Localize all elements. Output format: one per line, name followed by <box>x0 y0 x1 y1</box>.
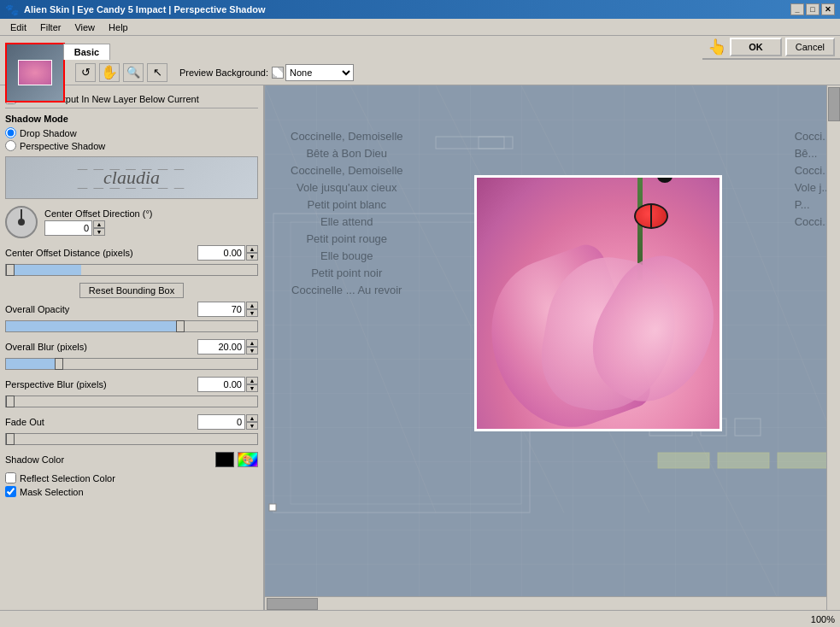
center-offset-direction-label: Center Offset Direction (°) <box>44 208 258 219</box>
center-offset-direction-area: Center Offset Direction (°) ▲ ▼ <box>5 206 258 238</box>
mask-selection-checkbox[interactable] <box>5 486 16 497</box>
center-offset-direction-spinners: ▲ ▼ <box>93 220 105 236</box>
flower-content <box>477 178 720 429</box>
overall-blur-slider[interactable] <box>5 358 258 370</box>
tool-pan[interactable]: ✋ <box>99 63 120 82</box>
fade-out-up[interactable]: ▲ <box>246 414 258 422</box>
color-palette-icon: 🎨 <box>242 454 254 466</box>
overall-blur-down[interactable]: ▼ <box>246 347 258 355</box>
drop-shadow-label: Drop Shadow <box>20 128 77 138</box>
center-offset-direction-down[interactable]: ▼ <box>93 228 105 236</box>
preview-line-8: Petit point noir <box>291 265 403 282</box>
title-bar-text: Alien Skin | Eye Candy 5 Impact | Perspe… <box>24 4 265 15</box>
perspective-blur-down[interactable]: ▼ <box>246 384 258 392</box>
center-offset-distance-slider[interactable] <box>5 264 258 276</box>
menu-help[interactable]: Help <box>102 21 135 34</box>
shadow-color-label: Shadow Color <box>5 454 212 465</box>
tool-select[interactable]: ↖ <box>147 63 167 82</box>
overall-opacity-input[interactable] <box>197 302 245 317</box>
preview-line-2: Coccinelle, Demoiselle <box>291 162 403 179</box>
scrollbar-thumb[interactable] <box>828 87 840 121</box>
horizontal-scrollbar[interactable] <box>265 596 826 610</box>
perspective-shadow-radio[interactable] <box>5 140 16 151</box>
center-offset-direction-up[interactable]: ▲ <box>93 220 105 228</box>
tab-basic[interactable]: Basic <box>63 44 110 60</box>
preview-line-6: Petit point rouge <box>291 231 403 248</box>
title-bar: 🐾 Alien Skin | Eye Candy 5 Impact | Pers… <box>0 0 840 19</box>
svg-rect-14 <box>658 453 709 468</box>
reflect-selection-color-checkbox[interactable] <box>5 472 16 483</box>
fade-out-input[interactable] <box>197 414 245 430</box>
menu-edit[interactable]: Edit <box>3 21 33 34</box>
ladybug-body <box>634 203 668 229</box>
overall-opacity-label: Overall Opacity <box>5 304 197 314</box>
reset-bounding-box-button[interactable]: Reset Bounding Box <box>79 283 184 298</box>
fade-out-down[interactable]: ▼ <box>246 422 258 430</box>
center-offset-distance-down[interactable]: ▼ <box>246 253 258 261</box>
preview-bg-select[interactable]: None <box>285 64 354 81</box>
overall-blur-up[interactable]: ▲ <box>246 339 258 347</box>
center-offset-distance-label: Center Offset Distance (pixels) <box>5 248 197 258</box>
center-offset-distance-slider-container <box>5 264 258 278</box>
mask-selection-label: Mask Selection <box>20 487 84 497</box>
center-offset-distance-input[interactable] <box>197 245 245 261</box>
cancel-button[interactable]: Cancel <box>785 38 835 56</box>
shadow-color-swatch[interactable] <box>215 452 234 467</box>
svg-rect-15 <box>718 453 769 468</box>
title-bar-controls: _ □ ✕ <box>790 3 835 15</box>
center-offset-direction-input-group: ▲ ▼ <box>44 220 258 236</box>
center-offset-direction-input[interactable] <box>44 220 92 236</box>
menu-bar: Edit Filter View Help <box>0 19 840 36</box>
watermark-text: claudia <box>103 167 160 189</box>
compass[interactable] <box>5 206 38 238</box>
color-palette-btn[interactable]: 🎨 <box>238 452 258 467</box>
overall-opacity-down[interactable]: ▼ <box>246 309 258 317</box>
tool-zoom[interactable]: 🔍 <box>123 63 144 82</box>
statusbar: 100% <box>0 610 840 627</box>
minimize-btn[interactable]: _ <box>790 3 804 15</box>
overall-opacity-slider[interactable] <box>5 320 258 332</box>
ok-button[interactable]: OK <box>730 38 782 56</box>
preview-text-left: Coccinelle, Demoiselle Bête à Bon Dieu C… <box>291 128 403 299</box>
svg-rect-17 <box>269 504 276 511</box>
perspective-blur-input[interactable] <box>197 377 245 392</box>
drop-shadow-row: Drop Shadow <box>5 127 258 138</box>
toolbar: ↺ ✋ 🔍 ↖ Preview Background: None <box>0 60 840 85</box>
menu-filter[interactable]: Filter <box>33 21 68 34</box>
reflect-selection-color-label: Reflect Selection Color <box>20 473 115 483</box>
compass-indicator <box>21 209 22 221</box>
shadow-color-row: Shadow Color 🎨 <box>5 452 258 467</box>
overall-blur-row: Overall Blur (pixels) ▲ ▼ <box>5 339 258 355</box>
close-btn[interactable]: ✕ <box>821 3 835 15</box>
shadow-mode-label: Shadow Mode <box>5 114 258 124</box>
center-offset-distance-up[interactable]: ▲ <box>246 245 258 253</box>
tool-rotate[interactable]: ↺ <box>75 63 96 82</box>
preview-line-1: Bête à Bon Dieu <box>291 145 403 162</box>
fade-out-label: Fade Out <box>5 417 197 427</box>
perspective-blur-label: Perspective Blur (pixels) <box>5 379 197 390</box>
vertical-scrollbar[interactable] <box>826 85 840 610</box>
maximize-btn[interactable]: □ <box>806 3 819 15</box>
drop-shadow-radio[interactable] <box>5 127 16 138</box>
reflect-selection-color-row: Reflect Selection Color <box>5 472 258 483</box>
overall-blur-label: Overall Blur (pixels) <box>5 342 197 352</box>
svg-rect-16 <box>778 453 829 468</box>
center-offset-distance-row: Center Offset Distance (pixels) ▲ ▼ <box>5 245 258 261</box>
fade-out-row: Fade Out ▲ ▼ <box>5 414 258 430</box>
fade-out-slider[interactable] <box>5 433 258 445</box>
mask-selection-row: Mask Selection <box>5 486 258 497</box>
horizontal-scrollbar-thumb[interactable] <box>267 598 318 610</box>
left-panel: Create Output In New Layer Below Current… <box>0 85 265 610</box>
preview-line-5: Elle attend <box>291 214 403 231</box>
overall-blur-input[interactable] <box>197 339 245 355</box>
overall-opacity-up[interactable]: ▲ <box>246 302 258 309</box>
overall-opacity-row: Overall Opacity ▲ ▼ <box>5 302 258 317</box>
perspective-blur-slider[interactable] <box>5 396 258 407</box>
menu-view[interactable]: View <box>68 21 102 34</box>
perspective-blur-row: Perspective Blur (pixels) ▲ ▼ <box>5 377 258 392</box>
perspective-blur-up[interactable]: ▲ <box>246 377 258 384</box>
perspective-blur-slider-container <box>5 396 258 409</box>
preview-canvas[interactable]: Coccinelle, Demoiselle Bête à Bon Dieu C… <box>265 85 840 610</box>
preview-line-4: Petit point blanc <box>291 196 403 214</box>
perspective-shadow-row: Perspective Shadow <box>5 140 258 151</box>
